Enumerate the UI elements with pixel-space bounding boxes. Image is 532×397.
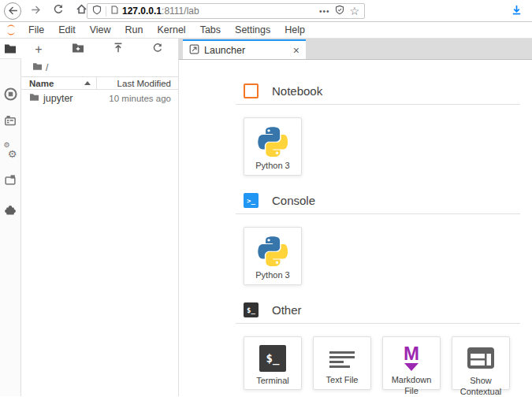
menu-file[interactable]: File [21, 24, 51, 35]
new-folder-icon [72, 43, 84, 57]
menu-help[interactable]: Help [277, 24, 312, 35]
card-label: Python 3 [254, 161, 291, 172]
menu-kernel[interactable]: Kernel [151, 24, 193, 35]
download-icon [511, 6, 523, 19]
folder-icon [4, 42, 17, 55]
card-label: Python 3 [254, 270, 291, 281]
menu-run[interactable]: Run [118, 24, 151, 35]
reload-button[interactable] [48, 2, 69, 20]
sidebar-item-extensions[interactable] [4, 203, 17, 217]
console-icon: >_ [244, 193, 259, 208]
section-other: $_ Other $_ Terminal Text File [244, 302, 520, 390]
forward-icon [31, 4, 41, 18]
section-title: Console [272, 194, 315, 207]
section-divider [236, 104, 520, 105]
menu-edit[interactable]: Edit [51, 24, 83, 35]
launcher-panel: Launcher × Notebook Pyt [179, 39, 532, 396]
bookmark-star-icon[interactable]: ☆ [349, 6, 359, 17]
file-row-jupyter[interactable]: jupyter 10 minutes ago [21, 91, 178, 106]
markdown-m-glyph: M [404, 344, 419, 363]
text-file-icon [329, 347, 355, 371]
tab-bar: Launcher × [179, 39, 532, 60]
urlbar-divider [106, 6, 106, 17]
card-label: Show Contextual Help [452, 376, 509, 396]
gear-icon: ⚙ [8, 149, 17, 159]
launcher-card-markdown-file[interactable]: M Markdown File [382, 336, 441, 390]
tab-launcher-label: Launcher [204, 45, 245, 56]
markdown-icon: M [404, 344, 419, 371]
pocket-shield-icon[interactable] [335, 4, 344, 18]
refresh-button[interactable] [150, 42, 166, 58]
card-label: Terminal [255, 376, 291, 387]
breadcrumb-root: / [46, 62, 48, 73]
sidebar-item-command-palette[interactable] [4, 113, 17, 127]
launcher-icon [189, 43, 199, 58]
reload-icon [53, 4, 64, 18]
home-folder-icon [32, 62, 43, 73]
sidebar-item-open-tabs[interactable] [4, 173, 17, 187]
section-console: >_ Console Python 3 [244, 193, 520, 285]
section-divider [236, 323, 520, 324]
python-icon [258, 236, 288, 266]
forward-button[interactable] [25, 2, 46, 20]
new-folder-button[interactable] [70, 42, 86, 58]
file-last-modified: 10 minutes ago [73, 94, 178, 103]
tab-close-icon[interactable]: × [293, 45, 299, 56]
launcher-card-console-python3[interactable]: Python 3 [244, 227, 302, 285]
url-bar[interactable]: 127.0.0.1:8111/lab ••• ☆ [87, 3, 365, 19]
section-title: Other [272, 303, 302, 317]
card-label: Text File [325, 375, 360, 386]
sidebar-item-property-inspector[interactable]: ⚙ ⚙ [4, 143, 17, 157]
url-text: 127.0.0.1:8111/lab [122, 6, 199, 17]
launcher-card-terminal[interactable]: $_ Terminal [244, 336, 302, 390]
sidebar-item-running-sessions[interactable] [4, 87, 17, 101]
menu-tabs[interactable]: Tabs [193, 24, 228, 35]
refresh-icon [152, 43, 163, 57]
python-icon [258, 127, 288, 157]
back-icon [4, 2, 21, 20]
file-list-header: Name Last Modified [21, 76, 178, 90]
sort-ascending-icon [84, 81, 91, 85]
activity-sidebar: ⚙ ⚙ [0, 39, 21, 396]
terminal-icon: $_ [244, 302, 259, 317]
terminal-icon: $_ [259, 345, 286, 372]
downloads-button[interactable] [511, 4, 523, 20]
section-title: Notebook [272, 84, 322, 98]
launcher-body: Notebook Python 3 >_ Co [179, 60, 532, 396]
url-path: :8111/lab [162, 6, 199, 17]
upload-icon [113, 42, 124, 57]
back-button[interactable] [2, 2, 23, 20]
card-label: Markdown File [383, 375, 440, 396]
tab-launcher[interactable]: Launcher × [183, 39, 306, 59]
jupyterlab-menubar: File Edit View Run Kernel Tabs Settings … [0, 22, 532, 39]
contextual-help-icon [467, 347, 494, 372]
folder-icon [29, 93, 39, 104]
browser-toolbar: 127.0.0.1:8111/lab ••• ☆ [0, 0, 532, 22]
page-info-icon[interactable] [110, 4, 119, 18]
breadcrumb[interactable]: / [21, 61, 178, 73]
sidebar-item-filebrowser[interactable] [0, 39, 21, 59]
home-icon [76, 3, 87, 18]
menu-view[interactable]: View [83, 24, 118, 35]
notebook-icon [244, 83, 259, 98]
launcher-card-notebook-python3[interactable]: Python 3 [244, 117, 302, 176]
plus-icon: + [35, 43, 42, 56]
page-actions-icon[interactable]: ••• [319, 7, 330, 16]
launcher-card-text-file[interactable]: Text File [313, 336, 371, 390]
menu-settings[interactable]: Settings [228, 24, 277, 35]
markdown-arrow-icon [404, 363, 419, 371]
new-launcher-button[interactable]: + [31, 42, 47, 58]
jupyter-logo-icon [5, 24, 17, 36]
url-host: 127.0.0.1 [122, 6, 162, 17]
file-browser-toolbar: + [21, 39, 178, 60]
column-header-last-modified[interactable]: Last Modified [97, 77, 178, 89]
section-notebook: Notebook Python 3 [244, 83, 520, 176]
upload-button[interactable] [110, 42, 126, 58]
name-header-label: Name [29, 79, 54, 88]
section-divider [236, 213, 520, 214]
column-header-name[interactable]: Name [21, 77, 97, 89]
file-name: jupyter [43, 93, 73, 104]
tracking-shield-icon[interactable] [92, 4, 102, 18]
file-browser-panel: + / N [21, 39, 179, 396]
launcher-card-show-contextual-help[interactable]: Show Contextual Help [452, 336, 510, 390]
